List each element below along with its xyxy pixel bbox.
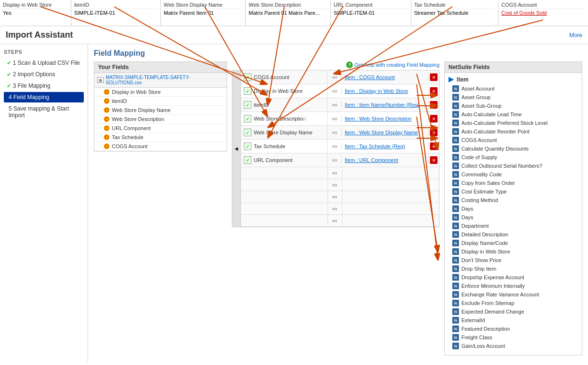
field-circle-4 [104, 125, 110, 131]
map-right-1: Item : Display in Web Store [342, 87, 429, 95]
map-right-text-2[interactable]: Item : Item Name/Number (Req) [345, 102, 419, 108]
map-close-3[interactable]: ✕ [429, 115, 439, 122]
more-link[interactable]: More [569, 32, 582, 39]
field-list: Display in Web Store itemID Web Store Di… [94, 88, 227, 152]
ns-item-display-web-store: N Display in Web Store [447, 247, 580, 256]
step4-label: 4 Field Mapping [9, 94, 49, 101]
map-checkbox-2[interactable] [244, 101, 251, 109]
map-close-5[interactable]: ✕ [429, 142, 439, 150]
map-right-6: Item : URL Component [342, 156, 429, 164]
ns-icon-enforce-min: N [452, 283, 459, 289]
col-url-component: URL Component SIMPLE-ITEM-01 [331, 0, 411, 26]
map-checkbox-6[interactable] [244, 156, 251, 164]
mapping-rows: COGS Account ⇔ Item : COGS Account ✕ [241, 71, 439, 227]
map-left-2: itemID [241, 98, 328, 112]
col-value-itemid: SIMPLE-ITEM-01 [74, 10, 158, 16]
netsuite-fields-header: NetSuite Fields [445, 62, 582, 73]
mapping-row-2: itemID ⇔ Item : Item Name/Number (Req) ✕ [241, 98, 439, 112]
field-circle-1 [104, 98, 110, 104]
map-close-6[interactable]: ✕ [429, 156, 439, 164]
map-close-2[interactable]: ✕ [429, 101, 439, 109]
sidebar-item-step5[interactable]: 5 Save mapping & Start Import [4, 103, 84, 121]
ns-icon-auto-lead: N [452, 111, 459, 118]
ns-icon-featured-desc: N [452, 325, 459, 332]
ns-item-auto-preferred: N Auto-Calculate Preferred Stock Level [447, 119, 580, 127]
map-right-text-6[interactable]: Item : URL Component [345, 157, 398, 163]
x-btn-6[interactable]: ✕ [430, 156, 438, 164]
ns-item-cost-estimate: N Cost Estimate Type [447, 187, 580, 196]
ns-icon-display-name-code: N [452, 240, 459, 246]
mapping-row-6: URL Component ⇔ Item : URL Component ✕ [241, 153, 439, 167]
map-arrow-1: ⇔ [328, 87, 342, 95]
map-right-text-3[interactable]: Item : Web Store Description [345, 116, 411, 122]
x-btn-3[interactable]: ✕ [430, 115, 438, 122]
sidebar-item-step2[interactable]: ✓ 2 Import Options [4, 69, 84, 80]
map-checkbox-0[interactable] [244, 73, 251, 81]
mapping-row-0: COGS Account ⇔ Item : COGS Account ✕ [241, 71, 439, 84]
ns-icon-expected-demand: N [452, 308, 459, 315]
map-checkbox-3[interactable] [244, 115, 251, 122]
file-icon: ▦ [97, 77, 104, 83]
help-link[interactable]: ? Get help with creating Field Mapping [346, 61, 439, 68]
mapping-header-row: ? Get help with creating Field Mapping [232, 61, 439, 68]
mapping-row-empty-4: ⇔ [241, 215, 439, 227]
ns-icon-asset-group: N [452, 94, 459, 101]
field-item-4: URL Component [94, 124, 227, 133]
col-itemid: itemID SIMPLE-ITEM-01 [71, 0, 161, 26]
collapse-col[interactable]: ◀ [232, 71, 241, 227]
field-circle-0 [104, 89, 110, 95]
field-item-3: Web Store Description [94, 115, 227, 124]
map-checkbox-5[interactable] [244, 142, 251, 150]
map-close-0[interactable]: ✕ [429, 73, 439, 81]
ns-item-calc-qty: N Calculate Quantity Discounts [447, 144, 580, 153]
sidebar-item-step4[interactable]: 4 Field Mapping [4, 92, 84, 102]
panel-title: Field Mapping [94, 49, 582, 58]
field-circle-5 [104, 134, 110, 140]
ns-item-expected-demand: N Expected Demand Change [447, 307, 580, 316]
map-arrow-5: ⇔ [328, 142, 342, 150]
col-header-cogs-account: COGS Account [501, 2, 585, 9]
ns-section-item: ▶ Item N Asset Account N Asset Group N A… [445, 73, 582, 351]
map-left-6: URL Component [241, 153, 328, 167]
sidebar-item-step3[interactable]: ✓ 3 File Mapping [4, 81, 84, 91]
map-checkbox-4[interactable] [244, 129, 251, 136]
mapping-row-empty-2: ⇔ [241, 191, 439, 203]
col-value-tax-schedule: Streamer Tax Schedule [414, 10, 495, 16]
map-right-text-4[interactable]: Item : Web Store Display Name [345, 130, 418, 135]
ns-icon-externalid: N [452, 317, 459, 324]
x-btn-1[interactable]: ✕ [430, 87, 438, 95]
field-item-1: itemID [94, 97, 227, 106]
map-left-text-3: Web Store Description [254, 116, 306, 122]
map-close-1[interactable]: ✕ [429, 87, 439, 95]
map-checkbox-1[interactable] [244, 87, 251, 95]
col-display-web-store: Display in Web Store Yes [0, 0, 71, 26]
x-btn-0[interactable]: ✕ [430, 73, 438, 81]
sidebar-item-step1[interactable]: ✓ 1 Scan & Upload CSV File [4, 58, 84, 68]
ns-icon-cost-estimate: N [452, 188, 459, 195]
main-header: Import Assistant More [0, 26, 588, 44]
ns-item-freight-class: N Freight Class [447, 333, 580, 342]
x-btn-5[interactable]: ✕ [430, 142, 438, 150]
ns-icon-days-1: N [452, 205, 459, 212]
step2-check-icon: ✓ [7, 71, 11, 78]
map-left-text-6: URL Component [254, 157, 293, 163]
netsuite-fields-panel: NetSuite Fields ▶ Item N Asset Account N… [444, 61, 582, 355]
mapping-row-1: Display in Web Store ⇔ Item : Display in… [241, 84, 439, 98]
map-left-text-1: Display in Web Store [254, 88, 303, 94]
your-fields-panel: Your Fields ▦ MATRIX-SIMPLE-TEMPLATE-SAF… [94, 61, 227, 355]
map-right-text-0[interactable]: Item : COGS Account [345, 74, 395, 80]
ns-icon-collect-serial: N [452, 162, 459, 169]
x-btn-2[interactable]: ✕ [430, 101, 438, 109]
mapping-row-empty-3: ⇔ [241, 203, 439, 215]
map-right-text-1[interactable]: Item : Display in Web Store [345, 88, 408, 94]
ns-icon-drop-ship: N [452, 265, 459, 272]
step1-check-icon: ✓ [7, 60, 11, 66]
map-left-3: Web Store Description [241, 112, 328, 125]
file-row[interactable]: ▦ MATRIX-SIMPLE-TEMPLATE-SAFETY-SOLUTION… [94, 73, 227, 88]
map-right-text-5[interactable]: Item : Tax Schedule (Req) [345, 143, 405, 149]
field-item-2: Web Store Display Name [94, 106, 227, 115]
ns-icon-code-supply: N [452, 154, 459, 161]
x-btn-4[interactable]: ✕ [430, 129, 438, 136]
map-close-4[interactable]: ✕ [429, 129, 439, 136]
mapping-row-5: Tax Schedule ⇔ Item : Tax Schedule (Req)… [241, 140, 439, 153]
